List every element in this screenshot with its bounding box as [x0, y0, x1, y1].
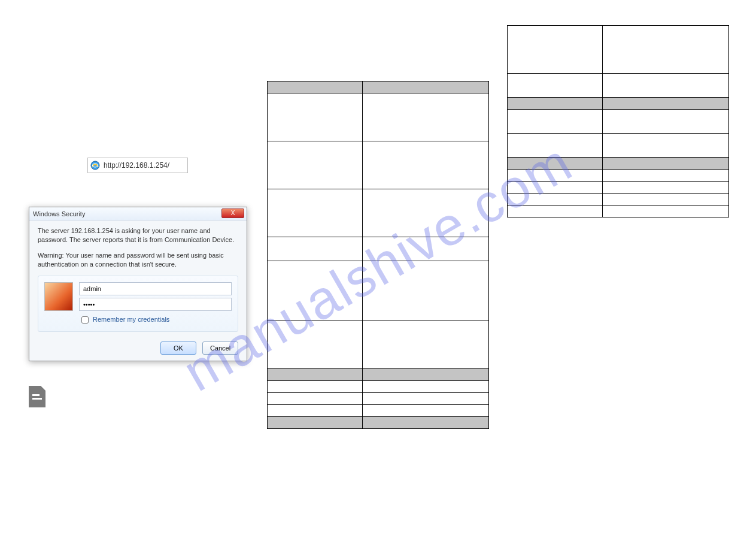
table-row — [268, 405, 489, 417]
table-row — [268, 81, 489, 93]
table-row — [508, 110, 729, 134]
remember-label[interactable]: Remember my credentials — [79, 315, 232, 325]
close-button[interactable]: X — [221, 208, 244, 218]
dialog-message-1: The server 192.168.1.254 is asking for y… — [38, 226, 238, 245]
table-row — [508, 205, 729, 217]
table-row — [268, 141, 489, 189]
table-row — [268, 393, 489, 405]
ie-icon — [90, 161, 100, 170]
credential-avatar — [44, 282, 73, 311]
address-bar: http://192.168.1.254/ — [87, 158, 188, 173]
auth-dialog: Windows Security X The server 192.168.1.… — [29, 207, 247, 361]
table-row — [508, 26, 729, 74]
table-row — [508, 74, 729, 98]
table-row — [508, 98, 729, 110]
table-row — [508, 134, 729, 158]
cancel-button[interactable]: Cancel — [202, 341, 238, 355]
credentials-panel: Remember my credentials — [38, 276, 238, 332]
dialog-title-text: Windows Security — [33, 210, 85, 217]
table-row — [268, 237, 489, 261]
dialog-message-2: Warning: Your user name and password wil… — [38, 251, 238, 270]
table-row — [268, 189, 489, 237]
table-row — [268, 369, 489, 381]
table-row — [508, 194, 729, 205]
spec-table-2 — [507, 25, 729, 217]
document-icon — [29, 386, 45, 407]
address-url: http://192.168.1.254/ — [104, 161, 169, 170]
table-row — [268, 93, 489, 141]
spec-table-1 — [267, 81, 489, 429]
table-row — [268, 381, 489, 393]
table-row — [508, 158, 729, 170]
table-row — [268, 321, 489, 369]
ok-button[interactable]: OK — [160, 341, 196, 355]
username-input[interactable] — [79, 282, 232, 295]
remember-checkbox[interactable] — [81, 316, 89, 324]
password-input[interactable] — [79, 298, 232, 311]
table-row — [268, 417, 489, 429]
remember-text: Remember my credentials — [93, 315, 169, 324]
table-row — [508, 182, 729, 194]
dialog-titlebar: Windows Security X — [29, 207, 247, 220]
table-row — [268, 261, 489, 321]
table-row — [508, 170, 729, 182]
